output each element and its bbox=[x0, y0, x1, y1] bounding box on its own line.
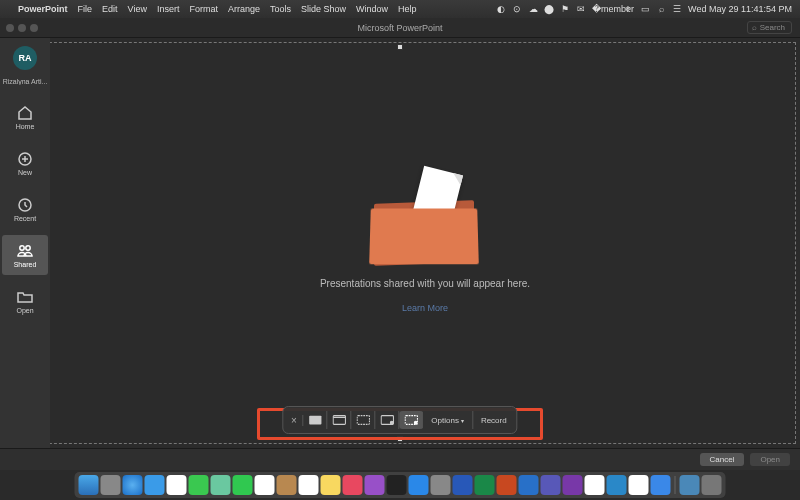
empty-state-message: Presentations shared with you will appea… bbox=[320, 278, 530, 289]
menu-file[interactable]: File bbox=[78, 4, 93, 14]
window-traffic-lights[interactable] bbox=[6, 24, 38, 32]
status-icon[interactable]: ⚑ bbox=[560, 4, 570, 14]
dock-app-slack[interactable] bbox=[629, 475, 649, 495]
svg-point-2 bbox=[20, 245, 24, 249]
wifi-icon[interactable]: ᯤ bbox=[624, 4, 634, 14]
sidebar-item-label: New bbox=[18, 169, 32, 176]
start-sidebar: RA Rizalyna Arti... Home New Recent Shar… bbox=[0, 38, 50, 448]
menu-tools[interactable]: Tools bbox=[270, 4, 291, 14]
menu-insert[interactable]: Insert bbox=[157, 4, 180, 14]
shared-folder-illustration bbox=[370, 174, 480, 264]
cancel-button[interactable]: Cancel bbox=[700, 453, 745, 466]
dock-app-teams[interactable] bbox=[541, 475, 561, 495]
dock-app-word[interactable] bbox=[453, 475, 473, 495]
sidebar-item-label: Home bbox=[16, 123, 35, 130]
dock-app-appstore[interactable] bbox=[409, 475, 429, 495]
dock-app-mail[interactable] bbox=[145, 475, 165, 495]
dock-separator bbox=[675, 476, 676, 494]
powerpoint-start-window: Microsoft PowerPoint ⌕ Search RA Rizalyn… bbox=[0, 18, 800, 470]
dock-app-facetime[interactable] bbox=[233, 475, 253, 495]
screenshot-options-button[interactable]: Options▾ bbox=[423, 411, 473, 429]
svg-point-9 bbox=[390, 421, 393, 424]
dock-app-tv[interactable] bbox=[387, 475, 407, 495]
status-icon[interactable]: ◐ bbox=[496, 4, 506, 14]
record-entire-screen-button[interactable] bbox=[375, 411, 399, 429]
chevron-down-icon: ▾ bbox=[461, 417, 464, 424]
status-icon[interactable]: ☁ bbox=[528, 4, 538, 14]
dock-app-settings[interactable] bbox=[431, 475, 451, 495]
control-center-icon[interactable]: ☰ bbox=[672, 4, 682, 14]
dock-downloads[interactable] bbox=[680, 475, 700, 495]
search-placeholder: Search bbox=[760, 23, 785, 32]
status-icon[interactable]: ⬤ bbox=[544, 4, 554, 14]
dock-app-chrome[interactable] bbox=[585, 475, 605, 495]
dock-app-onenote[interactable] bbox=[563, 475, 583, 495]
menubar-app-name[interactable]: PowerPoint bbox=[18, 4, 68, 14]
menu-arrange[interactable]: Arrange bbox=[228, 4, 260, 14]
search-input[interactable]: ⌕ Search bbox=[747, 21, 792, 34]
dock-app-calendar[interactable] bbox=[255, 475, 275, 495]
sidebar-item-label: Recent bbox=[14, 215, 36, 222]
sidebar-item-shared[interactable]: Shared bbox=[2, 235, 48, 275]
people-icon bbox=[17, 243, 33, 259]
capture-selected-window-button[interactable] bbox=[327, 411, 351, 429]
menu-view[interactable]: View bbox=[128, 4, 147, 14]
menu-help[interactable]: Help bbox=[398, 4, 417, 14]
screenshot-record-button[interactable]: Record bbox=[473, 411, 515, 429]
user-avatar[interactable]: RA bbox=[13, 46, 37, 70]
status-icon[interactable]: ✉ bbox=[576, 4, 586, 14]
capture-entire-screen-button[interactable] bbox=[303, 411, 327, 429]
dock-app-finder[interactable] bbox=[79, 475, 99, 495]
sidebar-item-label: Open bbox=[16, 307, 33, 314]
svg-rect-4 bbox=[309, 416, 321, 425]
home-icon bbox=[17, 105, 33, 121]
mac-menubar: PowerPoint File Edit View Insert Format … bbox=[0, 0, 800, 18]
learn-more-link[interactable]: Learn More bbox=[402, 303, 448, 313]
dock-app-powerpoint[interactable] bbox=[497, 475, 517, 495]
sidebar-item-open[interactable]: Open bbox=[2, 281, 48, 321]
dock-app-contacts[interactable] bbox=[277, 475, 297, 495]
dock-app-maps[interactable] bbox=[211, 475, 231, 495]
dock-app-safari[interactable] bbox=[123, 475, 143, 495]
dock-app-podcasts[interactable] bbox=[365, 475, 385, 495]
window-titlebar: Microsoft PowerPoint ⌕ Search bbox=[0, 18, 800, 38]
battery-icon[interactable]: ▭ bbox=[640, 4, 650, 14]
dock-app-launchpad[interactable] bbox=[101, 475, 121, 495]
macos-dock[interactable] bbox=[75, 472, 726, 498]
dock-app-vscode[interactable] bbox=[607, 475, 627, 495]
menu-window[interactable]: Window bbox=[356, 4, 388, 14]
sidebar-item-new[interactable]: New bbox=[2, 143, 48, 183]
user-name-label: Rizalyna Arti... bbox=[2, 78, 48, 85]
shared-empty-state: Presentations shared with you will appea… bbox=[50, 38, 800, 448]
dock-app-zoom[interactable] bbox=[651, 475, 671, 495]
menu-format[interactable]: Format bbox=[189, 4, 218, 14]
window-footer: Cancel Open bbox=[0, 448, 800, 470]
macos-screenshot-toolbar[interactable]: × Options▾ Record bbox=[282, 406, 517, 434]
dock-app-outlook[interactable] bbox=[519, 475, 539, 495]
open-button[interactable]: Open bbox=[750, 453, 790, 466]
dock-app-messages[interactable] bbox=[189, 475, 209, 495]
screenshot-close-button[interactable]: × bbox=[285, 415, 303, 426]
spotlight-icon[interactable]: ⌕ bbox=[656, 4, 666, 14]
status-icon[interactable]: ⊙ bbox=[512, 4, 522, 14]
wifi-icon[interactable]: �member bbox=[608, 4, 618, 14]
svg-rect-7 bbox=[357, 416, 369, 425]
menu-slideshow[interactable]: Slide Show bbox=[301, 4, 346, 14]
record-selected-portion-button[interactable] bbox=[399, 411, 423, 429]
capture-selected-portion-button[interactable] bbox=[351, 411, 375, 429]
dock-app-reminders[interactable] bbox=[299, 475, 319, 495]
sidebar-item-recent[interactable]: Recent bbox=[2, 189, 48, 229]
dock-trash-icon[interactable] bbox=[702, 475, 722, 495]
plus-circle-icon bbox=[17, 151, 33, 167]
dock-app-photos[interactable] bbox=[167, 475, 187, 495]
menubar-datetime[interactable]: Wed May 29 11:41:54 PM bbox=[688, 4, 792, 14]
sidebar-item-label: Shared bbox=[14, 261, 37, 268]
folder-open-icon bbox=[17, 289, 33, 305]
menu-edit[interactable]: Edit bbox=[102, 4, 118, 14]
svg-point-11 bbox=[414, 421, 417, 424]
search-icon: ⌕ bbox=[752, 23, 757, 32]
dock-app-notes[interactable] bbox=[321, 475, 341, 495]
sidebar-item-home[interactable]: Home bbox=[2, 97, 48, 137]
dock-app-excel[interactable] bbox=[475, 475, 495, 495]
dock-app-music[interactable] bbox=[343, 475, 363, 495]
